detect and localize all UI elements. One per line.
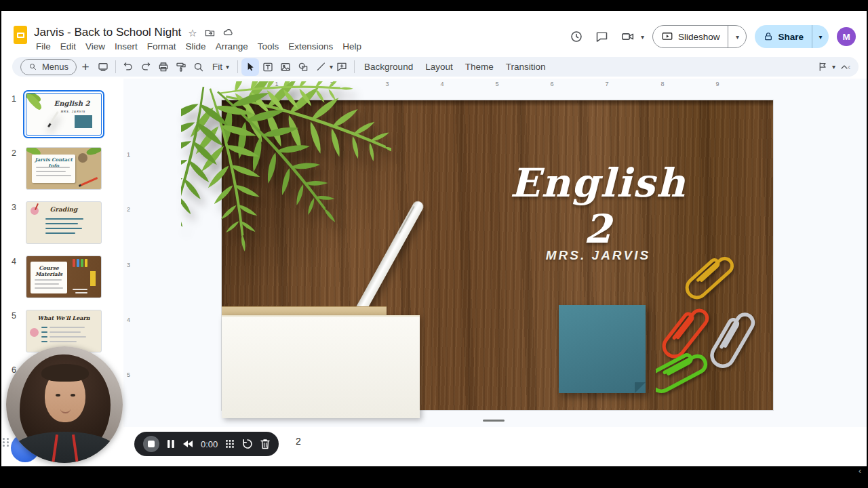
cloud-status-icon[interactable]: [222, 26, 235, 39]
move-folder-icon[interactable]: [204, 27, 216, 39]
thumb-text-line: [45, 223, 78, 224]
slide-3-thumbnail[interactable]: Grading: [26, 201, 102, 244]
menu-arrange[interactable]: Arrange: [211, 39, 253, 54]
restart-recording-button[interactable]: [242, 439, 253, 449]
slides-logo[interactable]: [14, 26, 27, 44]
pointer-options-icon[interactable]: [814, 58, 832, 76]
palm-leaves-image[interactable]: [181, 81, 391, 302]
star-icon[interactable]: ☆: [188, 28, 197, 38]
insert-line-button[interactable]: [312, 58, 330, 76]
menu-file[interactable]: File: [31, 39, 56, 54]
slide-row-3[interactable]: 3 Grading: [1, 201, 123, 246]
thumb-card: Jarvis Contact Info: [32, 155, 75, 183]
slide-row-2[interactable]: 2 Jarvis Contact Info: [1, 147, 123, 192]
insert-comment-button[interactable]: [333, 58, 351, 76]
presenter-eye: [56, 394, 60, 396]
thumb-pencil: [81, 259, 83, 267]
slide-2-thumbnail[interactable]: Jarvis Contact Info: [26, 147, 102, 190]
menu-insert[interactable]: Insert: [110, 39, 142, 54]
hruler-mark: 6: [550, 81, 553, 87]
menu-extensions[interactable]: Extensions: [283, 39, 338, 54]
slide-row-1[interactable]: 1 English 2 MRS. JARVIS: [1, 93, 123, 138]
search-icon: [28, 62, 38, 72]
zoom-button[interactable]: [190, 58, 208, 76]
drag-handle-dots[interactable]: [3, 438, 9, 447]
rewind-icon: [182, 440, 193, 448]
board-icon[interactable]: [94, 58, 112, 76]
share-button[interactable]: Share: [755, 25, 812, 48]
panel-collapse-chevron[interactable]: ‹: [848, 62, 850, 71]
thumb-text-line: [75, 292, 87, 293]
new-slide-button[interactable]: +: [77, 58, 94, 76]
vruler-mark: 2: [127, 206, 130, 213]
menu-slide[interactable]: Slide: [181, 39, 211, 54]
thumb-text-line: [50, 331, 81, 333]
select-tool-button[interactable]: [241, 58, 259, 76]
hruler-mark: 4: [440, 81, 443, 87]
share-dropdown[interactable]: ▾: [812, 25, 829, 48]
layout-button[interactable]: Layout: [419, 58, 459, 76]
paperclips-image[interactable]: [656, 244, 773, 403]
paint-format-button[interactable]: [172, 58, 190, 76]
insert-shape-button[interactable]: [294, 58, 312, 76]
menus-search-button[interactable]: Menus: [20, 59, 77, 75]
header-actions: ▾ Slideshow ▾ Share ▾: [568, 24, 856, 49]
restart-icon: [242, 439, 253, 449]
rewind-button[interactable]: [182, 440, 193, 448]
teal-sticky-note[interactable]: [559, 305, 646, 393]
thumb-bullet: [41, 336, 47, 338]
toolbar-divider: [115, 60, 116, 73]
slide-number: 3: [12, 203, 16, 212]
menu-tools[interactable]: Tools: [253, 39, 284, 54]
thumb-text-line: [45, 218, 83, 220]
grid-view-button[interactable]: [225, 439, 235, 449]
slide-4-thumbnail[interactable]: Course Materials: [26, 256, 102, 298]
thumb-text-line: [35, 279, 62, 281]
leaf-decoration: [85, 147, 102, 158]
red-paperclip: [660, 304, 710, 361]
silver-paperclip: [708, 309, 756, 370]
menu-edit[interactable]: Edit: [56, 39, 81, 54]
edge-chevron[interactable]: ‹: [859, 466, 861, 475]
background-button[interactable]: Background: [358, 58, 419, 76]
insert-image-button[interactable]: [277, 58, 294, 76]
horizontal-scrollbar-thumb[interactable]: [483, 420, 505, 422]
pause-recording-button[interactable]: [167, 439, 175, 449]
slide-subtitle-textbox[interactable]: MRS. JARVIS: [530, 248, 666, 263]
redo-button[interactable]: [137, 58, 155, 76]
document-title[interactable]: Jarvis - Back to School Night: [34, 26, 181, 39]
speaker-notes-text[interactable]: 2: [296, 436, 301, 447]
transition-button[interactable]: Transition: [500, 58, 552, 76]
toolbar: Menus + Fit ▾: [12, 57, 859, 77]
speaker-notes-bar[interactable]: 0:00 2: [1, 427, 867, 466]
share-button-group: Share ▾: [755, 25, 829, 48]
theme-button[interactable]: Theme: [459, 58, 500, 76]
slideshow-play-icon: [661, 30, 673, 43]
comments-icon[interactable]: [593, 28, 611, 45]
paper-stack-image[interactable]: [222, 306, 420, 418]
print-button[interactable]: [155, 58, 172, 76]
slide-title-textbox[interactable]: English 2: [496, 160, 700, 252]
text-box-button[interactable]: [259, 58, 277, 76]
undo-button[interactable]: [119, 58, 137, 76]
cursor-icon: [245, 61, 256, 73]
meet-camera-icon[interactable]: [619, 28, 637, 45]
slideshow-dropdown[interactable]: ▾: [728, 26, 746, 47]
camera-dropdown-icon[interactable]: ▾: [641, 33, 644, 41]
green-paperclip: [656, 348, 709, 395]
account-avatar[interactable]: M: [837, 27, 856, 46]
webcam-overlay[interactable]: [6, 346, 123, 463]
thumb-pen: [47, 111, 59, 127]
menu-help[interactable]: Help: [338, 39, 366, 54]
slide-1-thumbnail[interactable]: English 2 MRS. JARVIS: [26, 93, 102, 136]
version-history-icon[interactable]: [568, 28, 585, 45]
menu-view[interactable]: View: [81, 39, 110, 54]
stop-recording-button[interactable]: [143, 436, 159, 452]
zoom-select[interactable]: Fit ▾: [208, 58, 234, 76]
delete-recording-button[interactable]: [260, 439, 270, 449]
thumb-text-line: [45, 228, 82, 229]
menu-format[interactable]: Format: [142, 39, 181, 54]
slide-row-4[interactable]: 4 Course Materials: [1, 256, 123, 300]
slideshow-button[interactable]: Slideshow: [653, 26, 728, 47]
zoom-dropdown-icon: ▾: [226, 63, 229, 70]
